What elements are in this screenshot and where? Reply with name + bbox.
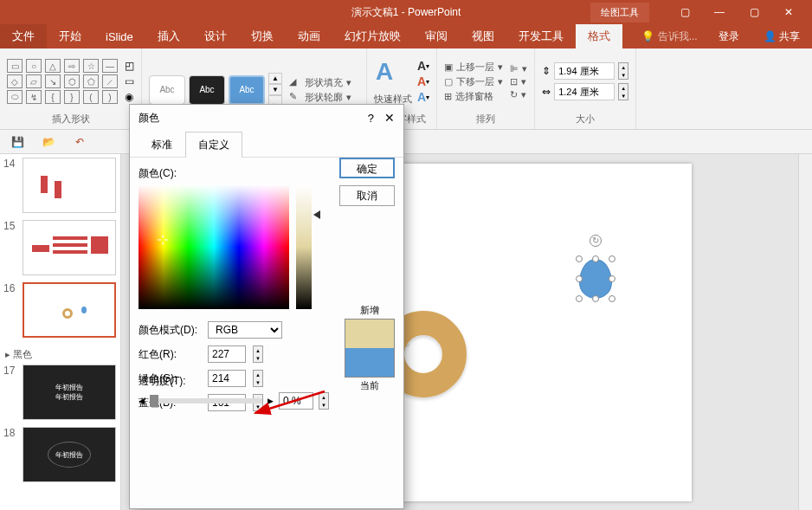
shape-triangle-icon[interactable]: △: [45, 59, 61, 73]
shape-icon[interactable]: ▱: [26, 74, 42, 88]
bring-forward-button[interactable]: ▣上移一层 ▾: [444, 61, 503, 74]
group-button[interactable]: ⊡▾: [510, 76, 527, 87]
textbox-icon[interactable]: ▭: [125, 75, 134, 87]
spin-up[interactable]: ▲: [619, 84, 628, 92]
tab-format[interactable]: 格式: [576, 24, 622, 48]
gallery-down-icon[interactable]: ▼: [268, 84, 282, 95]
align-button[interactable]: ⊫▾: [510, 63, 527, 74]
spin-down[interactable]: ▼: [619, 92, 628, 100]
width-input[interactable]: [554, 83, 615, 100]
resize-handle[interactable]: [576, 255, 583, 262]
shape-outline-button[interactable]: ✎形状轮廓 ▾: [289, 91, 351, 104]
resize-handle[interactable]: [609, 255, 615, 262]
shape-style-3[interactable]: Abc: [229, 75, 265, 105]
selection-pane-button[interactable]: ⊞选择窗格: [444, 90, 503, 103]
rotate-handle[interactable]: ↻: [590, 235, 602, 247]
shape-icon[interactable]: ⟋: [102, 74, 118, 88]
text-effects-button[interactable]: A▾: [417, 90, 429, 104]
shape-icon[interactable]: ⬭: [7, 90, 23, 104]
tab-design[interactable]: 设计: [192, 24, 239, 48]
height-input[interactable]: [554, 62, 615, 80]
tab-insert[interactable]: 插入: [145, 24, 192, 48]
ok-button[interactable]: 确定: [339, 158, 395, 178]
resize-handle[interactable]: [609, 295, 615, 302]
slide-thumb-15[interactable]: [23, 220, 116, 275]
shape-style-gallery[interactable]: Abc Abc Abc: [149, 75, 265, 105]
resize-handle[interactable]: [609, 275, 615, 282]
shape-icon[interactable]: ◇: [7, 74, 23, 88]
tab-islide[interactable]: iSlide: [93, 24, 145, 48]
selected-teardrop-shape[interactable]: ↻: [579, 259, 612, 299]
rotate-button[interactable]: ↻▾: [510, 89, 527, 100]
shape-fill-button[interactable]: ◢形状填充 ▾: [289, 76, 351, 89]
ribbon-options-icon[interactable]: ▢: [668, 0, 701, 24]
send-backward-button[interactable]: ▢下移一层 ▾: [444, 75, 503, 88]
tab-view[interactable]: 视图: [460, 24, 506, 48]
slide-thumb-16[interactable]: [23, 282, 116, 338]
spin-down[interactable]: ▼: [254, 354, 262, 362]
shape-style-1[interactable]: Abc: [149, 75, 185, 105]
login-button[interactable]: 登录: [706, 29, 751, 44]
dialog-close-button[interactable]: ✕: [384, 111, 395, 125]
close-button[interactable]: ✕: [772, 0, 805, 24]
text-outline-button[interactable]: A▾: [417, 74, 429, 88]
save-icon[interactable]: 💾: [7, 133, 28, 151]
share-button[interactable]: 👤 共享: [751, 29, 812, 44]
slide-thumbnail-panel[interactable]: 14 15 16 ▸ 黑色 17: [0, 154, 121, 510]
red-input[interactable]: [208, 345, 246, 363]
spin-up[interactable]: ▲: [619, 63, 628, 71]
shape-icon[interactable]: ⬠: [83, 74, 99, 88]
spin-down[interactable]: ▼: [619, 71, 628, 79]
tab-home[interactable]: 开始: [47, 24, 93, 48]
gallery-up-icon[interactable]: ▲: [268, 73, 282, 84]
tab-animation[interactable]: 动画: [286, 24, 332, 48]
undo-icon[interactable]: ↶: [69, 133, 90, 151]
slide-thumb-14[interactable]: [23, 158, 116, 213]
slider-left-icon[interactable]: ◀: [139, 397, 145, 405]
shape-star-icon[interactable]: ☆: [83, 59, 99, 73]
luminance-slider[interactable]: [296, 184, 312, 309]
merge-shapes-icon[interactable]: ◉: [125, 91, 134, 103]
resize-handle[interactable]: [592, 255, 599, 262]
color-spectrum-picker[interactable]: [139, 184, 289, 309]
wordart-gallery-icon[interactable]: A: [376, 58, 393, 85]
spin-up[interactable]: ▲: [254, 346, 262, 354]
shape-icon[interactable]: ): [102, 90, 118, 104]
resize-handle[interactable]: [592, 295, 599, 302]
color-mode-select[interactable]: RGB: [208, 321, 282, 339]
tell-me-search[interactable]: 💡 告诉我...: [633, 29, 706, 44]
shape-oval-icon[interactable]: ○: [26, 59, 42, 73]
tab-slideshow[interactable]: 幻灯片放映: [332, 24, 413, 48]
tab-custom[interactable]: 自定义: [185, 132, 242, 158]
shape-icon[interactable]: ↯: [26, 90, 42, 104]
open-icon[interactable]: 📂: [38, 133, 59, 151]
shape-icon[interactable]: (: [83, 90, 99, 104]
shape-icon[interactable]: {: [45, 90, 61, 104]
text-fill-button[interactable]: A▾: [417, 59, 429, 73]
resize-handle[interactable]: [576, 295, 583, 302]
slide-thumb-17[interactable]: 年初报告 年初报告: [23, 365, 116, 420]
edit-shape-icon[interactable]: ◰: [125, 60, 134, 72]
shape-style-2[interactable]: Abc: [189, 75, 225, 105]
tab-review[interactable]: 审阅: [413, 24, 460, 48]
shape-rectangle-icon[interactable]: ▭: [7, 59, 23, 73]
shape-arrow-icon[interactable]: ⇨: [64, 59, 80, 73]
resize-handle[interactable]: [576, 275, 583, 282]
luminance-indicator-icon[interactable]: [313, 210, 320, 219]
shape-icon[interactable]: ↘: [45, 74, 61, 88]
slide-thumb-18[interactable]: 年初报告: [23, 427, 116, 482]
cancel-button[interactable]: 取消: [339, 185, 395, 206]
dialog-help-button[interactable]: ?: [368, 112, 374, 125]
section-header[interactable]: ▸ 黑色: [3, 345, 117, 365]
vertical-scrollbar[interactable]: [798, 154, 812, 510]
transparency-slider[interactable]: [150, 398, 262, 403]
shape-icon[interactable]: ⬡: [64, 74, 80, 88]
slider-thumb[interactable]: [150, 395, 158, 407]
shape-line-icon[interactable]: —: [102, 59, 118, 73]
maximize-button[interactable]: ▢: [738, 0, 770, 24]
minimize-button[interactable]: —: [703, 0, 736, 24]
tab-file[interactable]: 文件: [0, 24, 47, 48]
tab-standard[interactable]: 标准: [139, 132, 185, 158]
tab-transition[interactable]: 切换: [239, 24, 286, 48]
shape-icon[interactable]: }: [64, 90, 80, 104]
